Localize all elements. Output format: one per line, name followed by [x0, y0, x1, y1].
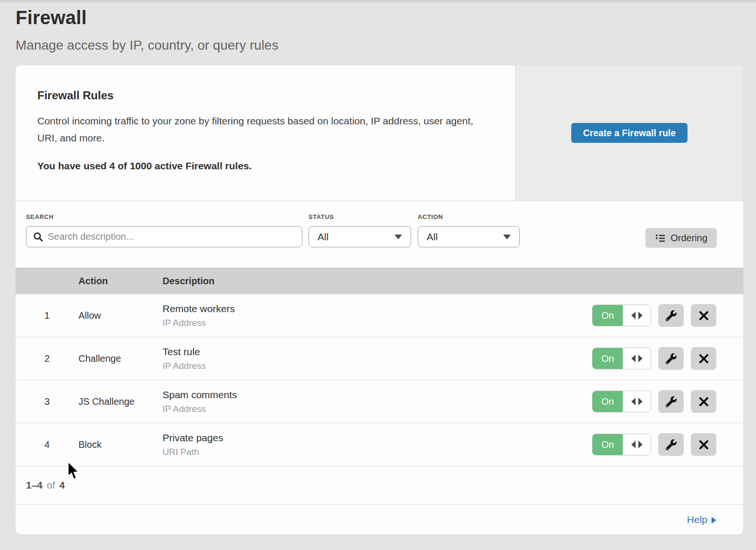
rule-field: IP Address	[163, 318, 592, 328]
firewall-rules-card: Firewall Rules Control incoming traffic …	[16, 65, 743, 534]
wrench-icon	[666, 439, 677, 450]
rule-priority: 3	[16, 396, 78, 407]
search-label: SEARCH	[26, 213, 302, 220]
toggle-on-label: On	[593, 305, 623, 326]
ordered-list-icon	[655, 233, 665, 243]
chevron-down-icon	[503, 235, 511, 239]
search-icon	[33, 232, 43, 242]
table-row: 2 Challenge Test rule IP Address On	[16, 337, 743, 380]
action-select-value: All	[427, 231, 438, 243]
toggle-on-label: On	[593, 391, 623, 412]
delete-rule-button[interactable]	[691, 304, 716, 327]
card-side-panel: Create a Firewall rule	[515, 65, 743, 201]
rule-description: Test rule	[163, 346, 592, 358]
rule-action: Challenge	[78, 353, 163, 364]
rule-action: Allow	[78, 310, 163, 321]
table-row: 4 Block Private pages URI Path On	[16, 423, 743, 466]
help-arrow-icon	[712, 517, 716, 524]
action-select[interactable]: All	[418, 226, 520, 247]
chevron-down-icon	[395, 235, 402, 239]
toggle-arrows-icon	[623, 305, 651, 326]
page-subtitle: Manage access by IP, country, or query r…	[16, 38, 740, 53]
rule-enabled-toggle[interactable]: On	[592, 305, 651, 326]
close-icon	[699, 440, 708, 449]
rule-action: JS Challenge	[78, 396, 163, 407]
rule-controls: On	[592, 347, 743, 370]
action-filter-group: ACTION All	[418, 213, 520, 247]
toggle-arrows-icon	[623, 391, 651, 412]
delete-rule-button[interactable]	[691, 433, 716, 456]
status-filter-group: STATUS All	[309, 213, 411, 247]
rule-enabled-toggle[interactable]: On	[592, 348, 651, 369]
ordering-button-label: Ordering	[670, 233, 707, 244]
page-title: Firewall	[16, 7, 740, 28]
toggle-arrows-icon	[623, 348, 651, 369]
table-row: 1 Allow Remote workers IP Address On	[16, 294, 743, 337]
status-select-value: All	[318, 231, 328, 243]
card-top-section: Firewall Rules Control incoming traffic …	[16, 65, 743, 201]
help-link-label: Help	[687, 514, 707, 525]
status-select[interactable]: All	[309, 226, 411, 247]
help-link[interactable]: Help	[687, 514, 716, 525]
toggle-on-label: On	[593, 434, 623, 455]
rule-priority: 2	[16, 353, 78, 364]
rule-field: IP Address	[163, 361, 592, 371]
help-row: Help	[16, 504, 743, 534]
delete-rule-button[interactable]	[691, 390, 716, 413]
pagination-total: 4	[60, 480, 65, 491]
ordering-button[interactable]: Ordering	[645, 228, 717, 248]
rule-controls: On	[592, 390, 743, 413]
description-column-header: Description	[163, 276, 592, 287]
card-description: Control incoming traffic to your zone by…	[37, 113, 486, 147]
card-title: Firewall Rules	[37, 89, 487, 102]
filters-bar: SEARCH STATUS All ACTION All	[16, 201, 743, 268]
rule-description: Spam comments	[163, 389, 592, 401]
rule-description: Remote workers	[163, 303, 592, 314]
rule-description: Private pages	[163, 432, 592, 444]
pagination-range: 1–4	[26, 480, 43, 491]
action-column-header: Action	[78, 276, 163, 287]
rule-description-cell: Spam comments IP Address	[163, 389, 592, 414]
card-intro: Firewall Rules Control incoming traffic …	[16, 65, 515, 201]
wrench-icon	[666, 310, 677, 321]
rule-field: IP Address	[163, 404, 592, 414]
edit-rule-button[interactable]	[658, 390, 684, 413]
create-firewall-rule-button[interactable]: Create a Firewall rule	[571, 123, 687, 143]
rule-priority: 4	[16, 439, 78, 450]
rule-description-cell: Private pages URI Path	[163, 432, 592, 457]
pagination: 1–4 of 4	[16, 466, 743, 504]
close-icon	[699, 311, 708, 320]
search-filter-group: SEARCH	[26, 213, 302, 247]
rule-priority: 1	[16, 310, 78, 321]
edit-rule-button[interactable]	[658, 304, 684, 327]
close-icon	[699, 397, 708, 406]
rule-controls: On	[592, 304, 743, 327]
rule-description-cell: Remote workers IP Address	[163, 303, 592, 328]
status-label: STATUS	[309, 213, 411, 220]
close-icon	[699, 354, 708, 363]
usage-note: You have used 4 of 1000 active Firewall …	[37, 160, 487, 172]
wrench-icon	[666, 353, 677, 364]
search-input[interactable]	[48, 231, 295, 242]
edit-rule-button[interactable]	[658, 347, 684, 370]
page-header: Firewall Manage access by IP, country, o…	[0, 2, 756, 53]
rule-enabled-toggle[interactable]: On	[592, 434, 651, 455]
toggle-arrows-icon	[623, 434, 651, 455]
search-input-wrapper	[26, 226, 302, 247]
rule-action: Block	[78, 439, 163, 450]
rule-controls: On	[592, 433, 743, 456]
rule-description-cell: Test rule IP Address	[163, 346, 592, 371]
table-row: 3 JS Challenge Spam comments IP Address …	[16, 380, 743, 423]
rule-enabled-toggle[interactable]: On	[592, 391, 651, 412]
table-header: Action Description	[16, 268, 743, 294]
wrench-icon	[666, 396, 677, 407]
delete-rule-button[interactable]	[691, 347, 716, 370]
toggle-on-label: On	[593, 348, 623, 369]
edit-rule-button[interactable]	[658, 433, 684, 456]
rule-field: URI Path	[163, 447, 592, 457]
pagination-of: of	[47, 480, 55, 491]
action-label: ACTION	[418, 213, 520, 220]
